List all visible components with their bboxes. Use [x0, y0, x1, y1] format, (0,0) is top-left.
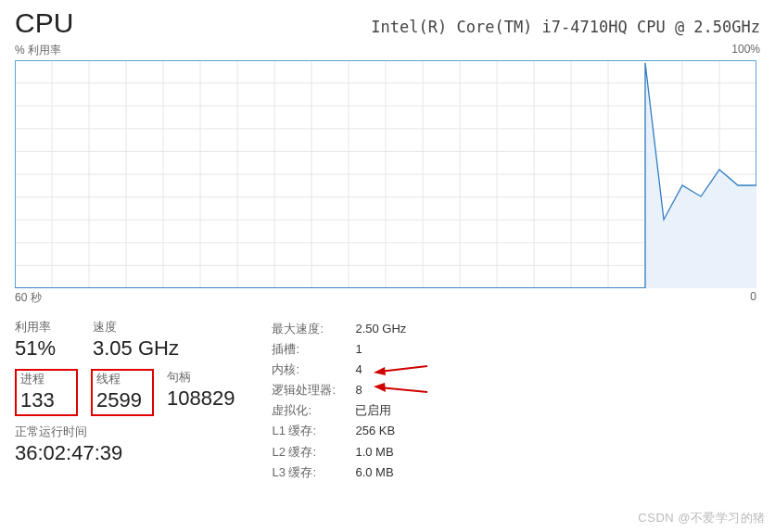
l3-value: 6.0 MB — [355, 462, 393, 483]
max-speed-value: 2.50 GHz — [355, 319, 406, 339]
arrow-icon — [374, 363, 429, 376]
uptime-label: 正常运行时间 — [15, 424, 235, 440]
l2-value: 1.0 MB — [355, 442, 393, 462]
utilization-value: 51% — [15, 336, 78, 361]
threads-label: 线程 — [96, 371, 148, 387]
chart-y-label: % 利用率 — [15, 43, 61, 58]
cores-key: 内核: — [272, 360, 355, 380]
l3-key: L3 缓存: — [272, 462, 355, 483]
max-speed-key: 最大速度: — [272, 319, 355, 339]
processes-value: 133 — [20, 387, 72, 413]
sockets-value: 1 — [355, 339, 362, 360]
threads-value: 2599 — [96, 387, 148, 413]
svg-marker-36 — [374, 383, 386, 392]
cpu-spec-list: 最大速度: 2.50 GHz 插槽: 1 内核: 4 逻辑处理器: 8 虚拟化:… — [272, 319, 406, 483]
handles-label: 句柄 — [167, 369, 235, 386]
handles-value: 108829 — [167, 386, 235, 412]
cpu-usage-chart[interactable] — [15, 60, 756, 288]
l1-value: 256 KB — [355, 421, 395, 441]
threads-highlight: 线程 2599 — [91, 369, 154, 417]
cores-value: 4 — [355, 360, 362, 380]
uptime-value: 36:02:47:39 — [15, 440, 235, 466]
logical-key: 逻辑处理器: — [272, 380, 355, 400]
l2-key: L2 缓存: — [272, 442, 355, 462]
svg-line-35 — [379, 387, 427, 392]
speed-label: 速度 — [93, 319, 179, 336]
processes-label: 进程 — [20, 371, 72, 387]
svg-line-33 — [379, 366, 427, 372]
logical-value: 8 — [355, 380, 362, 400]
chart-x-right: 0 — [750, 290, 756, 306]
sockets-key: 插槽: — [272, 339, 355, 360]
watermark: CSDN @不爱学习的猪 — [638, 510, 766, 526]
speed-value: 3.05 GHz — [93, 336, 179, 361]
svg-marker-34 — [374, 367, 386, 375]
arrow-icon — [374, 382, 429, 395]
utilization-label: 利用率 — [15, 319, 78, 336]
processes-highlight: 进程 133 — [15, 369, 78, 417]
chart-x-left: 60 秒 — [15, 290, 42, 306]
virt-value: 已启用 — [355, 400, 391, 421]
l1-key: L1 缓存: — [272, 421, 355, 441]
page-title: CPU — [15, 7, 73, 39]
cpu-model: Intel(R) Core(TM) i7-4710HQ CPU @ 2.50GH… — [371, 18, 760, 36]
chart-y-max: 100% — [731, 43, 760, 58]
virt-key: 虚拟化: — [272, 400, 355, 421]
